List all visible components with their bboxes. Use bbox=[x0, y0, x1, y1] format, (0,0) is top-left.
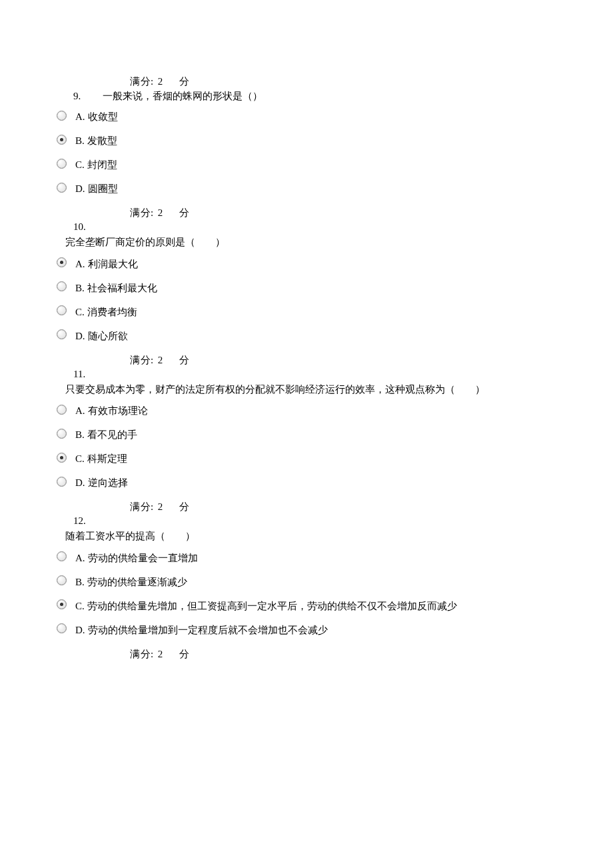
option-letter: A. bbox=[75, 111, 88, 124]
option-label: 收敛型 bbox=[88, 111, 118, 122]
option-label: 看不见的手 bbox=[87, 429, 137, 440]
option-text: A.劳动的供给量会一直增加 bbox=[75, 552, 198, 565]
question-number: 9. bbox=[73, 91, 100, 102]
radio-10-a[interactable] bbox=[57, 257, 75, 267]
option-letter: B. bbox=[75, 576, 87, 589]
option-label: 社会福利最大化 bbox=[87, 283, 157, 293]
score-line: 满分:2分 bbox=[0, 207, 613, 219]
radio-icon bbox=[57, 159, 67, 169]
score-label: 满分: bbox=[130, 649, 154, 659]
score-line: 满分:2分 bbox=[0, 648, 613, 661]
option-letter: D. bbox=[75, 477, 88, 490]
radio-icon bbox=[57, 599, 67, 609]
option-label: 利润最大化 bbox=[88, 259, 138, 269]
radio-icon bbox=[57, 551, 67, 561]
radio-icon bbox=[57, 329, 67, 339]
option-label: 封闭型 bbox=[87, 159, 117, 170]
option-row: C.封闭型 bbox=[0, 159, 613, 172]
option-text: C.劳动的供给量先增加，但工资提高到一定水平后，劳动的供给不仅不会增加反而减少 bbox=[75, 600, 457, 613]
radio-10-d[interactable] bbox=[57, 329, 75, 339]
option-text: C.消费者均衡 bbox=[75, 306, 137, 319]
option-text: B.看不见的手 bbox=[75, 429, 137, 442]
option-label: 劳动的供给量增加到一定程度后就不会增加也不会减少 bbox=[88, 625, 328, 635]
radio-10-b[interactable] bbox=[57, 281, 75, 291]
radio-12-a[interactable] bbox=[57, 551, 75, 561]
radio-icon bbox=[57, 111, 67, 121]
option-letter: D. bbox=[75, 183, 88, 196]
question-text: 完全垄断厂商定价的原则是（ ） bbox=[0, 235, 613, 250]
option-letter: A. bbox=[75, 405, 88, 418]
option-label: 科斯定理 bbox=[87, 453, 127, 464]
option-label: 随心所欲 bbox=[88, 331, 128, 341]
option-text: C.封闭型 bbox=[75, 159, 117, 172]
option-text: D.圆圈型 bbox=[75, 183, 118, 196]
score-unit: 分 bbox=[179, 207, 190, 218]
question-header-11: 11. bbox=[0, 369, 613, 380]
score-label: 满分: bbox=[130, 207, 154, 218]
option-letter: C. bbox=[75, 306, 87, 319]
score-value: 2 bbox=[158, 355, 163, 365]
option-text: B.劳动的供给量逐渐减少 bbox=[75, 576, 187, 589]
option-letter: B. bbox=[75, 282, 87, 295]
option-text: A.收敛型 bbox=[75, 111, 118, 124]
radio-icon bbox=[57, 575, 67, 585]
radio-icon bbox=[57, 477, 67, 487]
radio-11-b[interactable] bbox=[57, 429, 75, 439]
question-number: 12. bbox=[73, 515, 100, 527]
question-number: 11. bbox=[73, 369, 100, 380]
radio-12-c[interactable] bbox=[57, 599, 75, 609]
question-text: 随着工资水平的提高（ ） bbox=[0, 529, 613, 544]
option-label: 逆向选择 bbox=[88, 477, 128, 488]
option-row: D.逆向选择 bbox=[0, 477, 613, 490]
score-unit: 分 bbox=[179, 355, 190, 365]
option-label: 发散型 bbox=[87, 135, 117, 146]
radio-icon bbox=[57, 135, 67, 145]
option-text: D.随心所欲 bbox=[75, 330, 128, 343]
option-row: B.社会福利最大化 bbox=[0, 282, 613, 295]
question-number: 10. bbox=[73, 221, 100, 233]
radio-9-d[interactable] bbox=[57, 183, 75, 193]
option-letter: D. bbox=[75, 624, 88, 637]
radio-9-a[interactable] bbox=[57, 111, 75, 121]
radio-9-c[interactable] bbox=[57, 159, 75, 169]
option-letter: D. bbox=[75, 330, 88, 343]
option-label: 消费者均衡 bbox=[87, 307, 137, 317]
option-row: C.消费者均衡 bbox=[0, 306, 613, 319]
score-unit: 分 bbox=[179, 76, 190, 87]
option-text: B.发散型 bbox=[75, 135, 117, 148]
radio-icon bbox=[57, 183, 67, 193]
option-row: D.劳动的供给量增加到一定程度后就不会增加也不会减少 bbox=[0, 624, 613, 637]
radio-11-c[interactable] bbox=[57, 453, 75, 463]
option-text: B.社会福利最大化 bbox=[75, 282, 157, 295]
option-letter: A. bbox=[75, 258, 88, 271]
option-letter: C. bbox=[75, 453, 87, 466]
radio-11-d[interactable] bbox=[57, 477, 75, 487]
option-letter: B. bbox=[75, 135, 87, 148]
option-row: A.有效市场理论 bbox=[0, 405, 613, 418]
option-row: C.劳动的供给量先增加，但工资提高到一定水平后，劳动的供给不仅不会增加反而减少 bbox=[0, 600, 613, 613]
radio-12-b[interactable] bbox=[57, 575, 75, 585]
option-label: 劳动的供给量先增加，但工资提高到一定水平后，劳动的供给不仅不会增加反而减少 bbox=[87, 601, 457, 611]
radio-9-b[interactable] bbox=[57, 135, 75, 145]
score-value: 2 bbox=[158, 501, 163, 512]
option-label: 有效市场理论 bbox=[88, 405, 148, 416]
radio-11-a[interactable] bbox=[57, 405, 75, 415]
radio-icon bbox=[57, 305, 67, 315]
radio-10-c[interactable] bbox=[57, 305, 75, 315]
radio-icon bbox=[57, 405, 67, 415]
score-unit: 分 bbox=[179, 501, 190, 512]
option-row: D.随心所欲 bbox=[0, 330, 613, 343]
score-label: 满分: bbox=[130, 76, 154, 87]
option-label: 劳动的供给量逐渐减少 bbox=[87, 577, 187, 587]
score-label: 满分: bbox=[130, 501, 154, 512]
score-line: 满分:2分 bbox=[0, 354, 613, 367]
option-text: D.劳动的供给量增加到一定程度后就不会增加也不会减少 bbox=[75, 624, 328, 637]
score-line: 满分:2分 bbox=[0, 75, 613, 88]
question-header-10: 10. bbox=[0, 221, 613, 233]
option-row: B.发散型 bbox=[0, 135, 613, 148]
radio-12-d[interactable] bbox=[57, 623, 75, 633]
radio-icon bbox=[57, 257, 67, 267]
option-text: A.利润最大化 bbox=[75, 258, 138, 271]
option-label: 圆圈型 bbox=[88, 183, 118, 194]
option-row: C.科斯定理 bbox=[0, 453, 613, 466]
